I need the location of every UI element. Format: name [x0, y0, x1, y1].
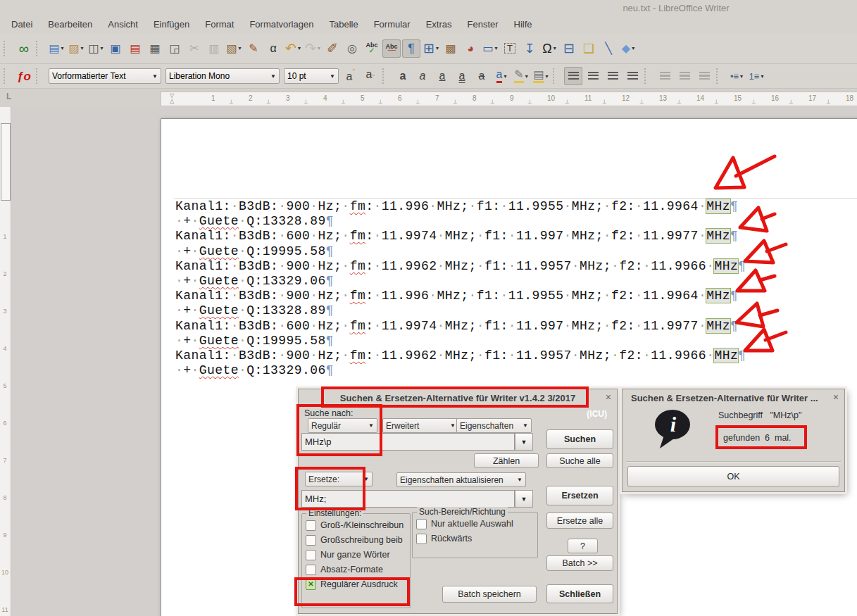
update-properties-dropdown[interactable]: Eigenschaften aktualisieren▼	[396, 472, 526, 487]
numbered-list-icon-dropdown[interactable]: ▾	[761, 73, 763, 80]
menu-tabelle[interactable]: Tabelle	[321, 18, 365, 31]
tab-stop-selector[interactable]: L	[6, 92, 11, 101]
new-document-icon[interactable]: ▤▾	[47, 39, 65, 58]
insert-field-icon[interactable]: ⊟	[560, 39, 578, 58]
document-text[interactable]: Kanal1:·B3dB:·900·Hz;·fm:·11.996·MHz;·f1…	[175, 199, 746, 378]
chevron-down-icon[interactable]: ▼	[514, 477, 523, 483]
ok-button[interactable]: OK	[627, 466, 839, 487]
insert-frame-icon[interactable]: ▭▾	[481, 39, 499, 58]
paste-icon[interactable]: ▧▾	[225, 39, 243, 58]
special-character-icon[interactable]: Ω▾	[540, 39, 558, 58]
bullet-list-icon[interactable]: •≡▾	[727, 67, 746, 85]
document-line[interactable]: Kanal1:·B3dB:·900·Hz;·fm:·11.996·MHz;·f1…	[175, 199, 746, 214]
align-right-icon[interactable]	[603, 67, 622, 85]
align-center-icon[interactable]	[584, 67, 602, 85]
highlight-color-icon-dropdown[interactable]: ▾	[525, 73, 528, 80]
checkbox-box[interactable]	[416, 519, 427, 529]
background-color-icon-dropdown[interactable]: ▾	[546, 73, 549, 80]
document-line[interactable]: ·+·Guete·Q:13329.06¶	[175, 274, 746, 289]
menu-bearbeiten[interactable]: Bearbeiten	[40, 18, 100, 31]
help-button[interactable]: ?	[568, 539, 598, 553]
checkbox-box[interactable]	[306, 550, 316, 560]
document-line[interactable]: Kanal1:·B3dB:·900·Hz;·fm:·11.9962·MHz;·f…	[175, 259, 746, 274]
font-name-combo[interactable]: Liberation Mono▼	[165, 68, 280, 84]
justify-icon[interactable]	[623, 67, 642, 85]
menu-datei[interactable]: Datei	[4, 18, 40, 31]
document-line[interactable]: Kanal1:·B3dB:·600·Hz;·fm:·11.9974·MHz;·f…	[175, 319, 746, 334]
insert-image-icon[interactable]: ▩	[442, 39, 460, 58]
close-button[interactable]: Schließen	[546, 584, 613, 603]
document-line[interactable]: ·+·Guete·Q:13328.89¶	[175, 214, 746, 229]
checkbox-box[interactable]: ✕	[306, 579, 316, 590]
print-preview-icon[interactable]: ◲	[165, 39, 184, 58]
formatting-marks-icon[interactable]: ¶	[402, 39, 420, 58]
menu-ansicht[interactable]: Ansicht	[100, 18, 146, 31]
replace-all-button[interactable]: Ersetze alle	[546, 513, 613, 529]
batch-button[interactable]: Batch >>	[546, 555, 613, 571]
count-button[interactable]: Zählen	[474, 453, 539, 468]
chevron-down-icon[interactable]: ▼	[149, 73, 158, 80]
document-line[interactable]: ·+·Guete·Q:13328.89¶	[175, 303, 746, 318]
bold-icon[interactable]: a	[394, 67, 412, 85]
export-pdf-icon[interactable]: ▤	[126, 39, 144, 58]
chevron-down-icon[interactable]: ▼	[520, 422, 528, 429]
font-color-icon[interactable]: a▾	[492, 67, 511, 85]
close-icon[interactable]: ×	[606, 391, 611, 403]
spelling-icon[interactable]: Abc	[363, 39, 381, 58]
document-line[interactable]: Kanal1:·B3dB:·600·Hz;·fm:·11.9974·MHz;·f…	[175, 229, 746, 244]
menu-formatvorlagen[interactable]: Formatvorlagen	[242, 18, 321, 31]
redo-icon-dropdown[interactable]: ▾	[318, 45, 320, 51]
checkbox-groß-kleinschreibun[interactable]: Groß-/Kleinschreibun	[306, 520, 406, 531]
bullet-list-icon-dropdown[interactable]: ▾	[740, 73, 743, 80]
insert-table-icon-dropdown[interactable]: ▾	[436, 45, 439, 51]
search-replace-dialog[interactable]: Suchen & Ersetzen-Alternative für Writer…	[298, 389, 618, 614]
double-underline-icon[interactable]: a	[453, 67, 471, 85]
checkbox-großschreibung-beib[interactable]: Großschreibung beib	[306, 534, 406, 546]
menu-extras[interactable]: Extras	[418, 18, 460, 31]
chevron-down-icon[interactable]: ▼	[365, 422, 374, 429]
menu-einfügen[interactable]: Einfügen	[146, 18, 197, 31]
search-input[interactable]	[301, 433, 515, 451]
numbered-list-icon[interactable]: 1≡▾	[747, 67, 765, 85]
superscript-icon[interactable]: a	[342, 67, 360, 85]
document-line[interactable]: ·+·Guete·Q:13329.06¶	[175, 363, 746, 378]
indent-marker[interactable]: ▽△	[170, 93, 174, 104]
highlight-color-icon[interactable]: ✎▾	[512, 67, 530, 85]
altsearch-extension-icon[interactable]: ƒo	[15, 67, 33, 85]
search-history-dropdown[interactable]: ▼	[515, 433, 533, 451]
navigator-icon[interactable]: ◎	[343, 39, 361, 58]
chevron-down-icon[interactable]: ▼	[447, 422, 456, 429]
menu-fenster[interactable]: Fenster	[460, 18, 506, 31]
undo-icon[interactable]: ↶▾	[284, 39, 302, 58]
info-dialog-titlebar[interactable]: Suchen & Ersetzen-Alternative für Writer…	[623, 389, 844, 406]
subscript-icon[interactable]: a	[361, 67, 380, 85]
font-size-combo[interactable]: 10 pt▼	[284, 68, 339, 84]
insert-textbox-icon[interactable]: T	[501, 39, 519, 58]
print-icon[interactable]: ▦	[146, 39, 164, 58]
insert-comment-icon[interactable]: ❏	[580, 39, 598, 58]
extended-dropdown[interactable]: Erweitert▼	[382, 418, 459, 433]
align-left-icon[interactable]	[564, 67, 582, 85]
search-button[interactable]: Suchen	[546, 429, 613, 449]
open-icon-dropdown[interactable]: ▾	[81, 45, 84, 51]
checkbox-box[interactable]	[416, 534, 427, 544]
special-character-icon-dropdown[interactable]: ▾	[553, 45, 556, 51]
save-as-icon[interactable]: ◫▾	[87, 39, 105, 58]
checkbox-box[interactable]	[306, 520, 316, 531]
find-replace-icon[interactable]: ✐	[323, 39, 342, 58]
open-icon[interactable]: ▨▾	[67, 39, 85, 58]
document-line[interactable]: Kanal1:·B3dB:·900·Hz;·fm:·11.9962·MHz;·f…	[175, 348, 746, 363]
replace-dropdown[interactable]: Ersetze:▼	[305, 472, 373, 486]
menu-hilfe[interactable]: Hilfe	[506, 18, 540, 31]
basic-shapes-icon[interactable]: ◆▾	[619, 39, 637, 58]
checkbox-rückwärts[interactable]: Rückwärts	[416, 533, 534, 544]
basic-shapes-icon-dropdown[interactable]: ▾	[632, 45, 634, 51]
new-document-icon-dropdown[interactable]: ▾	[61, 45, 64, 51]
insert-table-icon[interactable]: ⊞▾	[422, 39, 440, 58]
search-dialog-titlebar[interactable]: Suchen & Ersetzen-Alternative für Writer…	[299, 389, 617, 406]
save-batch-button[interactable]: Batch speichern	[442, 586, 537, 603]
menu-formular[interactable]: Formular	[366, 18, 418, 31]
insert-line-icon[interactable]: ╲	[599, 39, 618, 58]
chevron-down-icon[interactable]: ▼	[327, 73, 335, 80]
checkbox-box[interactable]	[306, 535, 316, 546]
